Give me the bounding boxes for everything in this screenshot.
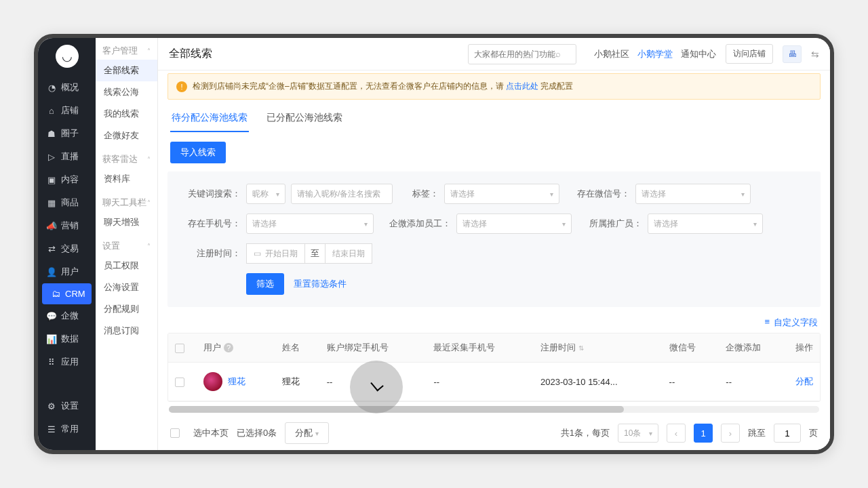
nav-内容[interactable]: ▣内容	[38, 168, 96, 191]
phone-label: 存在手机号：	[182, 218, 241, 230]
wechat-select[interactable]: 请选择▾	[635, 184, 751, 204]
cell-recent: --	[427, 363, 534, 401]
cell-add: --	[719, 363, 788, 401]
visit-store-button[interactable]: 访问店铺	[726, 44, 773, 64]
col-微信号: 微信号	[663, 333, 719, 363]
secnav-企微好友[interactable]: 企微好友	[96, 125, 157, 146]
custom-fields-link[interactable]: ≡自定义字段	[764, 317, 818, 329]
regtime-range[interactable]: ▭开始日期 至 结束日期	[246, 243, 372, 264]
toplink-小鹅社区[interactable]: 小鹅社区	[594, 49, 629, 59]
nav-应用[interactable]: ⠿应用	[38, 350, 96, 373]
user-link[interactable]: 狸花	[228, 375, 245, 388]
prev-page-button[interactable]: ‹	[667, 424, 686, 443]
secnav-消息订阅[interactable]: 消息订阅	[96, 320, 157, 342]
keyword-input[interactable]: 请输入昵称/备注名搜索	[291, 184, 393, 204]
group-客户管理[interactable]: 客户管理˄	[96, 38, 157, 60]
nav-商品[interactable]: ▦商品	[38, 191, 96, 214]
horizontal-scrollbar[interactable]	[169, 406, 819, 413]
global-search-input[interactable]	[474, 49, 555, 59]
row-checkbox[interactable]	[175, 378, 184, 387]
promoter-select[interactable]: 请选择▾	[648, 214, 763, 234]
phone-select[interactable]: 请选择▾	[246, 214, 374, 234]
nav-用户[interactable]: 👤用户	[38, 260, 96, 283]
nav-icon: ▷	[46, 152, 57, 162]
nav-CRM[interactable]: 🗂CRM	[42, 283, 92, 304]
nav-icon: 💬	[46, 311, 57, 321]
selected-count: 已选择0条	[237, 427, 277, 439]
col-注册时间: 注册时间⇅	[534, 333, 663, 363]
avatar	[203, 372, 222, 391]
cell-phone: --	[320, 363, 427, 401]
nav-设置[interactable]: ⚙设置	[38, 394, 96, 418]
toplink-通知中心[interactable]: 通知中心	[681, 49, 716, 59]
chevron-up-icon: ˄	[147, 156, 151, 163]
secnav-线索公海[interactable]: 线索公海	[96, 81, 157, 103]
select-page-checkbox[interactable]	[170, 428, 180, 438]
promoter-label: 所属推广员：	[584, 218, 642, 230]
import-leads-button[interactable]: 导入线索	[170, 142, 226, 163]
pagesize-select[interactable]: 10条▾	[618, 424, 658, 443]
sort-icon[interactable]: ⇅	[578, 344, 584, 352]
sliders-icon: ≡	[764, 317, 770, 329]
secnav-资料库[interactable]: 资料库	[96, 168, 157, 190]
switch-icon[interactable]: ⇆	[811, 49, 819, 60]
secnav-全部线索[interactable]: 全部线索	[96, 60, 157, 81]
filter-panel: 关键词搜索： 昵称▾ 请输入昵称/备注名搜索 标签： 请选择▾ 存在微信号： 请…	[167, 171, 821, 307]
group-设置[interactable]: 设置˄	[96, 233, 157, 255]
alert-link[interactable]: 点击此处	[506, 81, 538, 91]
tag-select[interactable]: 请选择▾	[444, 184, 559, 204]
nav-icon: 📣	[46, 221, 57, 231]
tab-0[interactable]: 待分配公海池线索	[170, 112, 249, 132]
nav-icon: 📊	[46, 334, 57, 344]
filter-button[interactable]: 筛选	[246, 273, 284, 295]
bulk-assign-button[interactable]: 分配 ▾	[285, 422, 329, 444]
secnav-公海设置[interactable]: 公海设置	[96, 277, 157, 298]
assign-link[interactable]: 分配	[795, 376, 813, 386]
cell-reg: 2023-03-10 15:44...	[534, 363, 663, 401]
lead-tabs: 待分配公海池线索已分配公海池线索	[170, 112, 818, 132]
secnav-我的线索[interactable]: 我的线索	[96, 103, 157, 125]
calendar-icon: ▭	[254, 249, 261, 258]
nav-企微[interactable]: 💬企微	[38, 304, 96, 327]
nav-icon: ☗	[46, 129, 57, 139]
adder-select[interactable]: 请选择▾	[456, 214, 572, 234]
total-label: 共1条，每页	[561, 427, 610, 439]
group-获客雷达[interactable]: 获客雷达˄	[96, 146, 157, 168]
nav-直播[interactable]: ▷直播	[38, 145, 96, 168]
reset-filter-link[interactable]: 重置筛选条件	[294, 278, 347, 290]
keyword-type-select[interactable]: 昵称▾	[246, 184, 285, 204]
nav-icon: ▣	[46, 175, 57, 185]
nav-店铺[interactable]: ⌂店铺	[38, 99, 96, 122]
col-最近采集手机号: 最近采集手机号	[427, 333, 534, 363]
warning-icon: !	[176, 81, 187, 92]
nav-数据[interactable]: 📊数据	[38, 327, 96, 350]
secnav-分配规则[interactable]: 分配规则	[96, 298, 157, 320]
col-用户: 用户?	[197, 333, 275, 363]
nav-圈子[interactable]: ☗圈子	[38, 122, 96, 145]
regtime-label: 注册时间：	[182, 247, 241, 260]
nav-概况[interactable]: ◔概况	[38, 76, 96, 99]
main-panel: 全部线索 ⌕ 小鹅社区小鹅学堂通知中心 访问店铺 🖶 ⇆ ! 检测到店铺尚未完成…	[158, 38, 830, 450]
page-1-button[interactable]: 1	[694, 424, 713, 443]
toplink-小鹅学堂[interactable]: 小鹅学堂	[637, 49, 673, 59]
global-search[interactable]: ⌕	[468, 44, 576, 64]
cell-wx: --	[663, 363, 719, 401]
alert-text: 检测到店铺尚未完成“企微–店铺”数据互通配置，无法查看企微客户在店铺内的信息，请	[193, 81, 506, 91]
config-warning-banner: ! 检测到店铺尚未完成“企微–店铺”数据互通配置，无法查看企微客户在店铺内的信息…	[167, 73, 821, 100]
nav-营销[interactable]: 📣营销	[38, 214, 96, 237]
cell-name: 狸花	[275, 363, 319, 401]
jump-page-input[interactable]	[774, 424, 801, 443]
nav-交易[interactable]: ⇄交易	[38, 237, 96, 260]
secnav-聊天增强[interactable]: 聊天增强	[96, 211, 157, 233]
next-page-button[interactable]: ›	[721, 424, 740, 443]
print-icon[interactable]: 🖶	[783, 45, 802, 63]
tab-1[interactable]: 已分配公海池线索	[265, 112, 344, 132]
page-title: 全部线索	[169, 47, 212, 61]
select-all-checkbox[interactable]	[175, 344, 184, 353]
help-icon[interactable]: ?	[224, 343, 233, 352]
secnav-员工权限[interactable]: 员工权限	[96, 255, 157, 277]
col-操作: 操作	[789, 333, 821, 363]
group-聊天工具栏[interactable]: 聊天工具栏˄	[96, 190, 157, 211]
keyword-label: 关键词搜索：	[182, 188, 241, 200]
nav-常用[interactable]: ☰常用	[38, 418, 96, 441]
